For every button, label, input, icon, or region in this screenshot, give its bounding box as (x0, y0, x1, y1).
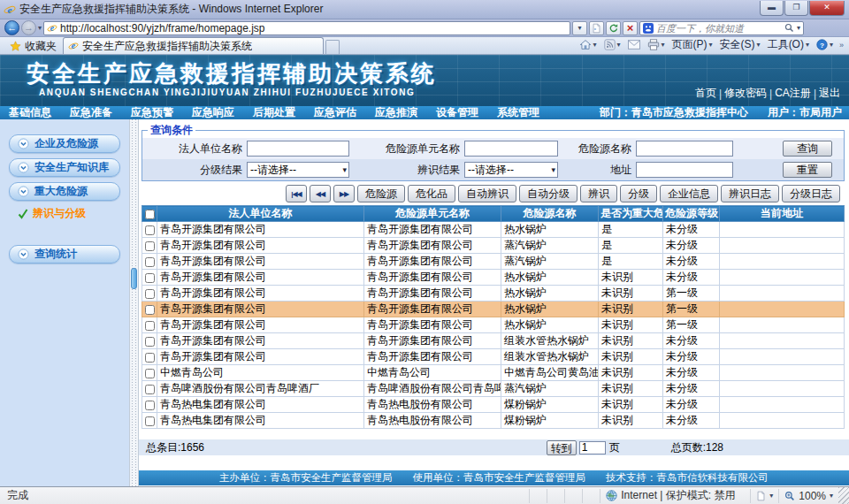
header-link[interactable]: 退出 (819, 86, 840, 101)
table-row[interactable]: 青岛开源集团有限公司青岛开源集团有限公司组装水管热水锅炉未识别未分级 (142, 333, 845, 349)
toolbar-button[interactable]: 辨识 (580, 185, 617, 202)
close-button[interactable]: ✕ (809, 1, 845, 16)
row-checkbox[interactable] (145, 241, 155, 251)
toolbar-button[interactable]: 分级 (620, 185, 657, 202)
grade-result-select[interactable]: --请选择--▾ (247, 162, 349, 178)
row-checkbox[interactable] (145, 289, 155, 299)
row-checkbox[interactable] (145, 353, 155, 363)
table-row[interactable]: 青岛开源集团有限公司青岛开源集团有限公司蒸汽锅炉是未分级 (142, 254, 845, 270)
nav-item[interactable]: 基础信息 (9, 105, 51, 120)
toolbar-overflow-icon[interactable]: » (838, 41, 845, 50)
home-button[interactable]: ▾ (577, 37, 600, 53)
nav-item[interactable]: 系统管理 (497, 105, 539, 120)
search-dropdown-icon[interactable]: ▾ (797, 24, 800, 32)
search-button[interactable]: 查询 (783, 141, 832, 157)
sidebar-item-active[interactable]: 辨识与分级 (18, 206, 129, 221)
table-row[interactable]: 青岛啤酒股份有限公司青岛啤酒厂青岛啤酒股份有限公司青岛啤酒厂蒸汽锅炉未识别未分级 (142, 381, 845, 397)
view-mode-button[interactable]: ▾ (750, 489, 778, 503)
frame-splitter[interactable] (129, 119, 139, 486)
next-page-button[interactable]: ▶▶ (333, 185, 355, 202)
prev-page-button[interactable]: ◀◀ (310, 185, 331, 202)
tab-active[interactable]: e 安全生产应急救援指挥辅助决策系统 (63, 37, 324, 54)
row-checkbox[interactable] (145, 305, 155, 315)
row-checkbox[interactable] (145, 401, 155, 410)
row-checkbox[interactable] (145, 369, 155, 378)
zoom-control[interactable]: 100% ▾ (778, 489, 838, 503)
resize-grip[interactable] (838, 487, 849, 504)
page-number-input[interactable] (579, 441, 606, 454)
first-page-button[interactable]: |◀◀ (286, 185, 307, 202)
sidebar-item[interactable]: 安全生产知识库 (9, 158, 120, 177)
row-checkbox[interactable] (145, 416, 155, 426)
table-row[interactable]: 青岛开源集团有限公司青岛开源集团有限公司蒸汽锅炉是未分级 (142, 238, 845, 254)
identify-result-select[interactable]: --请选择--▾ (464, 162, 558, 178)
stop-button[interactable]: × (623, 21, 638, 35)
address-dropdown-button[interactable]: ▾ (572, 21, 587, 35)
toolbar-button[interactable]: 辨识日志 (721, 185, 779, 202)
search-box[interactable]: ▾ (639, 21, 804, 35)
refresh-button[interactable] (606, 21, 621, 35)
nav-item[interactable]: 应急响应 (192, 105, 234, 120)
history-dropdown-icon[interactable]: ▾ (38, 24, 42, 32)
nav-item[interactable]: 后期处置 (253, 105, 295, 120)
print-button[interactable]: ▾ (645, 37, 668, 53)
compatibility-view-button[interactable] (589, 21, 604, 35)
goto-page-button[interactable]: 转到 (547, 440, 577, 455)
sidebar-item[interactable]: 查询统计 (9, 245, 120, 263)
nav-item[interactable]: 应急预警 (131, 105, 173, 120)
toolbar-button[interactable]: 分级日志 (782, 185, 840, 202)
table-row[interactable]: 青岛热电集团有限公司青岛热电股份有限公司煤粉锅炉未识别未分级 (142, 397, 845, 413)
back-button[interactable]: ← (4, 20, 19, 35)
favorites-button[interactable]: 收藏夹 (4, 38, 63, 54)
feeds-button[interactable]: ▾ (601, 37, 623, 53)
menu-tools[interactable]: 工具(O)▾ (765, 37, 812, 53)
row-checkbox[interactable] (145, 337, 155, 347)
search-icon[interactable] (784, 23, 794, 33)
row-checkbox[interactable] (145, 257, 155, 267)
menu-page[interactable]: 页面(P)▾ (669, 37, 715, 53)
maximize-button[interactable]: ❐ (784, 1, 808, 16)
nav-item[interactable]: 设备管理 (436, 105, 478, 120)
table-row[interactable]: 青岛热电集团有限公司青岛热电股份有限公司煤粉锅炉未识别未分级 (142, 413, 845, 429)
header-link[interactable]: 修改密码 (724, 86, 767, 101)
mail-button[interactable] (625, 37, 643, 53)
nav-item[interactable]: 应急准备 (70, 105, 112, 120)
forward-button[interactable]: → (21, 20, 36, 35)
url-input[interactable] (60, 22, 567, 34)
header-link[interactable]: 首页 (695, 86, 716, 101)
header-link[interactable]: CA注册 (775, 86, 811, 101)
row-checkbox[interactable] (145, 273, 155, 283)
row-checkbox[interactable] (145, 225, 155, 235)
row-checkbox[interactable] (145, 385, 155, 394)
search-input[interactable] (656, 23, 782, 34)
splitter-thumb[interactable] (131, 268, 137, 289)
table-row[interactable]: 青岛开源集团有限公司青岛开源集团有限公司热水锅炉未识别第一级 (142, 317, 845, 333)
table-row[interactable]: 青岛开源集团有限公司青岛开源集团有限公司热水锅炉是未分级 (142, 222, 845, 238)
menu-safety[interactable]: 安全(S)▾ (717, 37, 763, 53)
table-row[interactable]: 青岛开源集团有限公司青岛开源集团有限公司组装水管热水锅炉未识别未分级 (142, 349, 845, 365)
address-field[interactable]: e (43, 21, 570, 35)
hazard-name-input[interactable] (636, 141, 733, 157)
toolbar-button[interactable]: 企业信息 (660, 185, 718, 202)
toolbar-button[interactable]: 自动分级 (519, 185, 577, 202)
nav-item[interactable]: 应急评估 (314, 105, 356, 120)
help-button[interactable]: ?▾ (814, 37, 836, 53)
legal-unit-name-input[interactable] (247, 141, 349, 157)
table-row[interactable]: 青岛开源集团有限公司青岛开源集团有限公司热水锅炉未识别未分级 (142, 270, 845, 286)
table-row[interactable]: 中燃青岛公司中燃青岛公司中燃青岛公司黄岛油库锅炉未识别未分级 (142, 365, 845, 381)
row-checkbox[interactable] (145, 321, 155, 331)
hazard-unit-name-input[interactable] (464, 141, 558, 157)
new-tab-button[interactable] (325, 40, 340, 54)
minimize-button[interactable]: ▬ (760, 1, 784, 16)
toolbar-button[interactable]: 危险源 (357, 185, 405, 202)
toolbar-button[interactable]: 危化品 (408, 185, 455, 202)
reset-button[interactable]: 重置 (783, 162, 832, 178)
sidebar-item[interactable]: 重大危险源 (9, 182, 120, 201)
nav-item[interactable]: 应急推演 (375, 105, 417, 120)
table-row[interactable]: 青岛开源集团有限公司青岛开源集团有限公司热水锅炉未识别第一级 (142, 302, 845, 317)
table-row[interactable]: 青岛开源集团有限公司青岛开源集团有限公司热水锅炉未识别第一级 (142, 286, 845, 302)
sidebar-item[interactable]: 企业及危险源 (9, 134, 120, 153)
address-input[interactable] (636, 162, 733, 178)
select-all-checkbox[interactable] (145, 210, 155, 219)
toolbar-button[interactable]: 自动辨识 (458, 185, 516, 202)
